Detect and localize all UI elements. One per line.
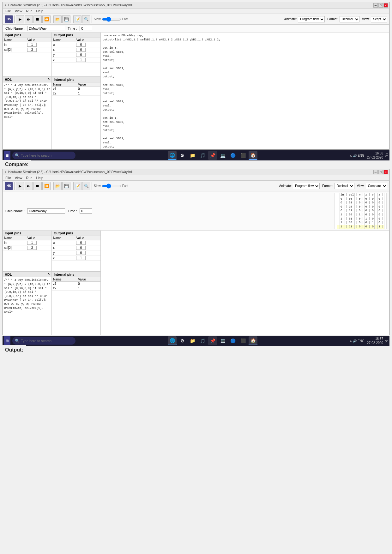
search-input-1[interactable]	[21, 154, 71, 157]
taskbar-notif-2[interactable]: 🗪	[384, 339, 388, 343]
taskbar-icon-2[interactable]: ⚙	[178, 151, 187, 160]
menu-run-1[interactable]: Run	[26, 9, 32, 13]
toolbar-right-1: Animate: Program flow Format: Decimal Vi…	[284, 16, 387, 22]
step-btn-1[interactable]: ⏭	[25, 15, 33, 23]
input-value-sel[interactable]	[27, 48, 37, 52]
chip-name-input-1[interactable]	[27, 26, 65, 31]
output-value-x[interactable]	[76, 48, 86, 52]
taskbar-clock-2[interactable]: 16:37 27-02-2020	[367, 337, 383, 345]
output-value-y-2[interactable]	[76, 251, 86, 255]
menu-help-2[interactable]: Help	[36, 176, 44, 180]
menu-run-2[interactable]: Run	[26, 176, 32, 180]
search-input-2[interactable]	[21, 339, 71, 343]
rewind-btn-1[interactable]: ⏪	[42, 15, 51, 23]
taskbar-app-icon-2a[interactable]: 🌐	[168, 336, 177, 345]
format-select-2[interactable]: Decimal	[335, 183, 354, 189]
output-value-w[interactable]	[76, 43, 86, 47]
speed-slider-2[interactable]	[102, 184, 121, 188]
close-btn-1[interactable]: ✕	[383, 3, 388, 8]
output-value-x-2[interactable]	[76, 246, 86, 250]
output-value-z-2[interactable]	[76, 256, 86, 260]
maximize-btn-2[interactable]: □	[378, 170, 383, 174]
tray-arrow-2[interactable]: ∧	[350, 339, 352, 343]
stop-btn-2[interactable]: ⏹	[33, 182, 42, 190]
taskbar-icon-8[interactable]: ⬛	[238, 151, 247, 160]
taskbar-icon-3[interactable]: 📁	[188, 151, 197, 160]
menu-view-1[interactable]: View	[15, 9, 22, 13]
maximize-btn-1[interactable]: □	[378, 3, 383, 8]
time-input-1[interactable]	[80, 26, 92, 31]
taskbar-notif-1[interactable]: 🗪	[384, 153, 388, 158]
script-btn-1[interactable]: 📝	[73, 15, 81, 23]
stop-btn-1[interactable]: ⏹	[33, 15, 42, 23]
output-value-z[interactable]	[76, 58, 86, 62]
script-content-1[interactable]: compare-to DMux4Way.cmp, output-list in%…	[101, 33, 389, 149]
taskbar-icon-2b[interactable]: ⚙	[178, 336, 187, 345]
compare-btn-1[interactable]: 🔍	[82, 15, 90, 23]
speed-slider-1[interactable]	[102, 17, 121, 21]
search-bar-2[interactable]: 🔍	[12, 337, 75, 345]
hdl-content-1[interactable]: /** * 4-way demultiplexor. * {w,x,y,z} =…	[3, 82, 51, 149]
search-bar-1[interactable]: 🔍	[12, 152, 75, 159]
script-btn-2[interactable]: 📝	[73, 182, 81, 190]
taskbar-icon-2e[interactable]: 📌	[208, 336, 217, 345]
input-value-in-2[interactable]	[27, 241, 37, 245]
menu-file-1[interactable]: File	[5, 9, 11, 13]
view-select-1[interactable]: Script	[371, 16, 387, 22]
save-btn-1[interactable]: 💾	[62, 15, 70, 23]
compare-btn-2[interactable]: 🔍	[82, 182, 90, 190]
hdl-content-2[interactable]: /** * 4-way demultiplexor. * {w,x,y,z} =…	[3, 277, 51, 335]
taskbar-icon-2f[interactable]: 💻	[218, 336, 227, 345]
hdl-expand-1[interactable]: ^	[48, 78, 50, 81]
compare-table-area: | in | sel | w | x | y | z |	[335, 193, 387, 229]
load-btn-2[interactable]: 📂	[53, 182, 62, 190]
animate-select-2[interactable]: Program flow	[293, 183, 320, 189]
tray-volume-icon-2[interactable]: 🔊	[353, 339, 357, 343]
logo-btn-2[interactable]: HS	[5, 182, 13, 190]
step-btn-2[interactable]: ⏭	[25, 182, 33, 190]
tray-volume-icon-1[interactable]: 🔊	[353, 154, 357, 157]
animate-select-1[interactable]: Program flow	[298, 16, 325, 22]
windows-icon-2: ⊞	[6, 339, 9, 343]
taskbar-icon-2c[interactable]: 📁	[188, 336, 197, 345]
minimize-btn-2[interactable]: ─	[373, 170, 378, 174]
int-col-value-2: Value	[77, 277, 100, 282]
taskbar-icon-4[interactable]: 🎵	[198, 151, 207, 160]
compare-data-row-1: |0|01|0|0|0|0|	[337, 201, 384, 205]
menu-help-1[interactable]: Help	[36, 9, 44, 13]
close-btn-2[interactable]: ✕	[383, 170, 388, 174]
taskbar-clock-1[interactable]: 16:36 27-02-2020	[367, 151, 383, 160]
taskbar-icon-7[interactable]: 🔵	[228, 151, 237, 160]
input-value-sel-2[interactable]	[27, 246, 37, 250]
start-btn-1[interactable]: ⊞	[4, 151, 10, 160]
menu-view-2[interactable]: View	[15, 176, 22, 180]
rewind-btn-2[interactable]: ⏪	[42, 182, 51, 190]
taskbar-app-icon-1[interactable]: 🌐	[168, 151, 177, 160]
output-value-y[interactable]	[76, 53, 86, 57]
output-value-w-2[interactable]	[76, 241, 86, 245]
load-btn-1[interactable]: 📂	[53, 15, 62, 23]
play-btn-2[interactable]: ▶	[16, 182, 24, 190]
taskbar-icon-2h[interactable]: ⬛	[238, 336, 247, 345]
taskbar-icon-2g[interactable]: 🔵	[228, 336, 237, 345]
taskbar-icon-2i[interactable]: 🏠	[249, 336, 257, 345]
taskbar-icon-2d[interactable]: 🎵	[198, 336, 207, 345]
taskbar-icon-6[interactable]: 💻	[218, 151, 227, 160]
format-select-1[interactable]: Decimal	[340, 16, 359, 22]
time-input-2[interactable]	[80, 208, 92, 214]
script-content-2[interactable]	[101, 231, 389, 335]
hdl-expand-2[interactable]: ^	[48, 273, 50, 276]
start-btn-2[interactable]: ⊞	[4, 336, 10, 345]
menu-file-2[interactable]: File	[5, 176, 11, 180]
view-select-2[interactable]: Compare	[366, 183, 387, 189]
input-row-sel-2: sel[2]	[3, 245, 51, 250]
logo-btn-1[interactable]: HS	[5, 15, 13, 23]
tray-arrow-1[interactable]: ∧	[350, 154, 352, 157]
taskbar-icon-5[interactable]: 📌	[208, 151, 217, 160]
chip-name-input-2[interactable]	[27, 208, 65, 214]
minimize-btn-1[interactable]: ─	[373, 3, 378, 8]
input-value-in[interactable]	[27, 43, 37, 47]
save-btn-2[interactable]: 💾	[62, 182, 70, 190]
play-btn-1[interactable]: ▶	[16, 15, 24, 23]
taskbar-icon-9[interactable]: 🏠	[249, 151, 257, 160]
